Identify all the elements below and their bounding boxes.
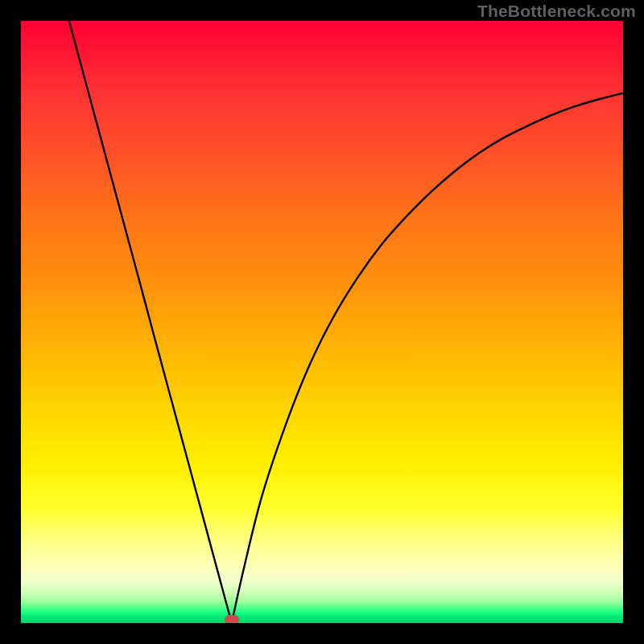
bottleneck-curve <box>69 21 623 623</box>
outer-frame: TheBottleneck.com <box>0 0 644 644</box>
curve-layer <box>21 21 623 623</box>
plot-area <box>21 21 623 623</box>
optimal-point-marker <box>225 615 239 623</box>
watermark-text: TheBottleneck.com <box>477 2 636 21</box>
